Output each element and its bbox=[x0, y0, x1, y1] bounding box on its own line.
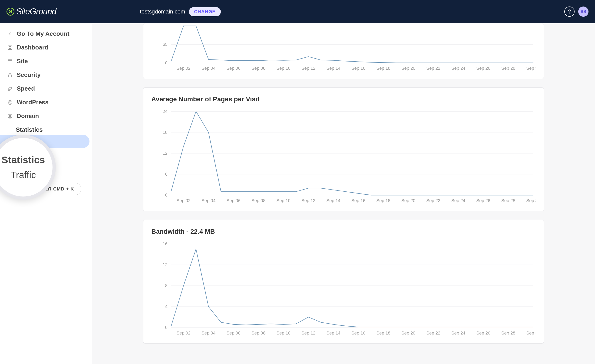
svg-text:Sep 20: Sep 20 bbox=[401, 66, 415, 71]
sidebar-item-label: Devs bbox=[17, 164, 31, 172]
sidebar-item-security[interactable]: Security bbox=[0, 68, 92, 82]
lock-icon bbox=[7, 71, 14, 78]
help-icon[interactable]: ? bbox=[564, 7, 574, 17]
svg-text:Sep 06: Sep 06 bbox=[226, 66, 240, 71]
window-icon bbox=[7, 58, 14, 65]
chart-card-avg-pages: Average Number of Pages per Visit 061218… bbox=[143, 87, 544, 211]
chart-prev-chart: 065 Sep 02Sep 04Sep 06Sep 08Sep 10Sep 12… bbox=[151, 23, 536, 73]
sidebar-sub-item-access-log[interactable]: Access Log bbox=[0, 148, 92, 161]
svg-text:Sep 18: Sep 18 bbox=[376, 330, 390, 335]
svg-text:Sep 28: Sep 28 bbox=[501, 66, 515, 71]
svg-text:Sep 26: Sep 26 bbox=[476, 198, 490, 203]
svg-text:12: 12 bbox=[163, 151, 168, 156]
svg-text:Sep 02: Sep 02 bbox=[177, 198, 190, 203]
sidebar: Go To My Account Dashboard Site Security… bbox=[0, 23, 92, 364]
svg-text:Sep 06: Sep 06 bbox=[226, 198, 240, 203]
svg-text:Sep 16: Sep 16 bbox=[351, 198, 365, 203]
svg-text:Sep 18: Sep 18 bbox=[376, 198, 390, 203]
sidebar-item-site[interactable]: Site bbox=[0, 54, 92, 68]
svg-text:Sep 24: Sep 24 bbox=[451, 330, 466, 335]
svg-text:Sep 06: Sep 06 bbox=[226, 330, 240, 335]
chart-avg-pages: 06121824 Sep 02Sep 04Sep 06Sep 08Sep 10S… bbox=[151, 109, 536, 205]
svg-text:Sep 28: Sep 28 bbox=[501, 330, 515, 335]
sidebar-item-label: Go To My Account bbox=[17, 30, 70, 37]
chart-card-prev-chart: 065 Sep 02Sep 04Sep 06Sep 08Sep 10Sep 12… bbox=[143, 23, 544, 79]
svg-text:6: 6 bbox=[165, 172, 168, 176]
change-domain-button[interactable]: CHANGE bbox=[189, 7, 221, 16]
svg-text:8: 8 bbox=[165, 283, 168, 288]
svg-text:18: 18 bbox=[163, 130, 168, 135]
svg-text:Sep 24: Sep 24 bbox=[451, 66, 466, 71]
svg-rect-3 bbox=[10, 48, 12, 49]
svg-text:Sep 20: Sep 20 bbox=[401, 330, 415, 335]
topbar: S SiteGround testsgdomain.com CHANGE ? S… bbox=[0, 0, 595, 23]
sidebar-item-dashboard[interactable]: Dashboard bbox=[0, 41, 92, 54]
svg-text:Sep 12: Sep 12 bbox=[301, 198, 315, 203]
svg-text:Sep 04: Sep 04 bbox=[201, 66, 216, 71]
svg-text:Sep 18: Sep 18 bbox=[376, 66, 390, 71]
svg-text:Sep 12: Sep 12 bbox=[301, 66, 315, 71]
sidebar-group-statistics[interactable]: Statistics bbox=[0, 123, 92, 135]
svg-text:Sep 10: Sep 10 bbox=[276, 66, 290, 71]
arrow-left-icon bbox=[7, 30, 14, 37]
chart-bandwidth: 0481216 Sep 02Sep 04Sep 06Sep 08Sep 10Se… bbox=[151, 241, 536, 337]
svg-text:0: 0 bbox=[165, 325, 168, 330]
logo-text: SiteGround bbox=[16, 7, 56, 16]
sidebar-item-go-account[interactable]: Go To My Account bbox=[0, 27, 92, 41]
logo-mark-icon: S bbox=[7, 8, 14, 15]
svg-text:Sep 28: Sep 28 bbox=[501, 198, 515, 203]
svg-text:0: 0 bbox=[165, 193, 168, 197]
sidebar-item-speed[interactable]: Speed bbox=[0, 82, 92, 96]
code-icon bbox=[7, 165, 14, 172]
globe-icon bbox=[7, 113, 14, 120]
sidebar-item-label: Security bbox=[17, 71, 41, 78]
svg-text:Sep 20: Sep 20 bbox=[401, 198, 415, 203]
svg-text:16: 16 bbox=[163, 241, 168, 246]
svg-text:Sep 22: Sep 22 bbox=[426, 66, 440, 71]
avatar[interactable]: SS bbox=[578, 7, 588, 17]
svg-text:65: 65 bbox=[163, 42, 168, 47]
svg-text:Sep 30: Sep 30 bbox=[526, 198, 536, 203]
current-domain: testsgdomain.com bbox=[140, 8, 185, 15]
chart-card-bandwidth: Bandwidth - 22.4 MB 0481216 Sep 02Sep 04… bbox=[143, 220, 544, 344]
svg-text:Sep 10: Sep 10 bbox=[276, 198, 290, 203]
sidebar-sub-item-traffic[interactable]: Traffic bbox=[0, 135, 90, 148]
svg-text:12: 12 bbox=[163, 262, 168, 267]
svg-text:Sep 02: Sep 02 bbox=[177, 66, 190, 71]
chart-title: Average Number of Pages per Visit bbox=[151, 96, 536, 103]
main-content: 065 Sep 02Sep 04Sep 06Sep 08Sep 10Sep 12… bbox=[92, 23, 595, 364]
svg-text:Sep 30: Sep 30 bbox=[526, 330, 536, 335]
wordpress-icon bbox=[7, 99, 14, 106]
svg-text:Sep 08: Sep 08 bbox=[251, 330, 265, 335]
tool-finder-button[interactable]: TOOL FINDER CMD + K bbox=[10, 183, 81, 195]
sidebar-item-devs[interactable]: Devs bbox=[0, 161, 92, 175]
svg-rect-2 bbox=[8, 48, 9, 49]
svg-text:Sep 16: Sep 16 bbox=[351, 66, 365, 71]
sidebar-item-label: Dashboard bbox=[17, 44, 48, 51]
svg-text:Sep 04: Sep 04 bbox=[201, 198, 216, 203]
svg-text:Sep 14: Sep 14 bbox=[326, 330, 340, 335]
svg-text:Sep 26: Sep 26 bbox=[476, 66, 490, 71]
sidebar-item-label: Site bbox=[17, 58, 28, 65]
svg-text:Sep 26: Sep 26 bbox=[476, 330, 490, 335]
sidebar-item-label: Domain bbox=[17, 112, 39, 120]
svg-text:Sep 24: Sep 24 bbox=[451, 198, 466, 203]
svg-text:Sep 16: Sep 16 bbox=[351, 330, 365, 335]
sidebar-item-domain[interactable]: Domain bbox=[0, 109, 92, 123]
svg-rect-1 bbox=[10, 46, 12, 47]
chart-title: Bandwidth - 22.4 MB bbox=[151, 228, 536, 235]
domain-block: testsgdomain.com CHANGE bbox=[140, 7, 220, 16]
svg-text:Sep 30: Sep 30 bbox=[526, 66, 536, 71]
sidebar-item-label: Speed bbox=[17, 85, 35, 92]
svg-text:Sep 14: Sep 14 bbox=[326, 198, 340, 203]
leaf-icon bbox=[7, 85, 14, 92]
svg-text:Sep 08: Sep 08 bbox=[251, 66, 265, 71]
sidebar-item-label: WordPress bbox=[17, 99, 49, 106]
sidebar-item-wordpress[interactable]: WordPress bbox=[0, 96, 92, 109]
logo[interactable]: S SiteGround bbox=[7, 7, 56, 16]
svg-text:0: 0 bbox=[165, 60, 168, 65]
svg-text:Sep 12: Sep 12 bbox=[301, 330, 315, 335]
svg-text:Sep 10: Sep 10 bbox=[276, 330, 290, 335]
svg-text:Sep 08: Sep 08 bbox=[251, 198, 265, 203]
svg-rect-4 bbox=[8, 60, 12, 63]
